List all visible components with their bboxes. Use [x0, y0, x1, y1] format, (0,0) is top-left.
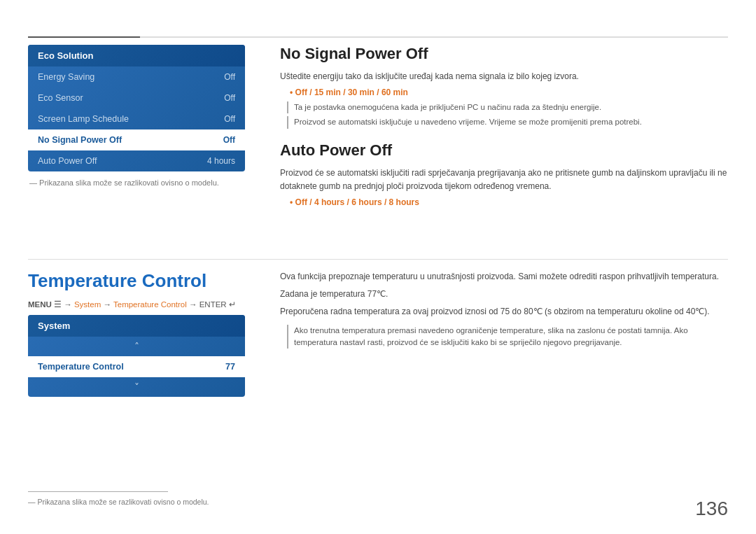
temp-control-title: Temperature Control — [28, 270, 206, 292]
no-signal-body: Uštedite energiju tako da isključite ure… — [280, 70, 728, 83]
no-signal-section: No Signal Power Off Uštedite energiju ta… — [280, 45, 728, 211]
menu-path: MENU ☰ → System → Temperature Control → … — [28, 300, 236, 309]
temp-dash1: Ako trenutna temperatura premasi naveden… — [287, 325, 728, 349]
menu-item-screen-lamp[interactable]: Screen Lamp Schedule Off — [28, 108, 245, 129]
menu-arrow1: → — [62, 300, 74, 309]
menu-arrow2: → — [101, 300, 113, 309]
menu-path-temp: Temperature Control — [113, 300, 187, 309]
no-signal-dash1: Ta je postavka onemogućena kada je prikl… — [287, 101, 728, 113]
system-header: System — [28, 315, 245, 337]
chevron-up-icon[interactable]: ˄ — [28, 337, 245, 356]
bottom-note-text: ― Prikazana slika može se razlikovati ov… — [28, 498, 209, 506]
menu-item-value: Off — [224, 72, 235, 82]
system-panel: System ˄ Temperature Control 77 ˅ — [28, 315, 245, 397]
temp-control-label: Temperature Control — [38, 362, 124, 372]
menu-item-energy-saving[interactable]: Energy Saving Off — [28, 66, 245, 87]
mid-divider — [28, 259, 728, 260]
menu-item-value: Off — [224, 93, 235, 103]
page-number: 136 — [695, 498, 728, 520]
chevron-down-icon[interactable]: ˅ — [28, 377, 245, 397]
top-divider — [28, 36, 728, 38]
no-signal-dash2: Proizvod se automatski isključuje u nave… — [287, 116, 728, 128]
bullet-icon: • — [290, 197, 295, 207]
system-menu: System ˄ Temperature Control 77 ˅ — [28, 315, 245, 397]
menu-item-eco-sensor[interactable]: Eco Sensor Off — [28, 87, 245, 108]
eco-solution-menu: Eco Solution Energy Saving Off Eco Senso… — [28, 45, 245, 171]
eco-solution-header: Eco Solution — [28, 45, 245, 66]
eco-solution-panel: Eco Solution Energy Saving Off Eco Senso… — [28, 45, 245, 187]
menu-path-prefix: MENU — [28, 300, 54, 309]
temp-control-value: 77 — [225, 362, 235, 372]
temp-body2: Zadana je temperatura 77℃. — [280, 288, 728, 301]
menu-item-value: Off — [223, 135, 235, 145]
bullet-icon: • — [290, 87, 295, 97]
menu-item-label: Screen Lamp Schedule — [38, 114, 129, 124]
menu-item-label: Eco Sensor — [38, 93, 83, 103]
temp-right-panel: Ova funkcija prepoznaje temperaturu u un… — [280, 270, 728, 351]
auto-power-bullet: • Off / 4 hours / 6 hours / 8 hours — [290, 197, 728, 207]
temp-body3: Preporučena radna temperatura za ovaj pr… — [280, 305, 728, 318]
auto-power-body: Proizvod će se automatski isključiti rad… — [280, 167, 728, 193]
menu-path-system: System — [74, 300, 101, 309]
temp-control-item[interactable]: Temperature Control 77 — [28, 356, 245, 377]
menu-icon: ☰ — [54, 300, 62, 309]
auto-power-title: Auto Power Off — [280, 141, 728, 160]
no-signal-title: No Signal Power Off — [280, 45, 728, 63]
eco-note: ― Prikazana slika može se razlikovati ov… — [28, 178, 245, 187]
no-signal-bullet: • Off / 15 min / 30 min / 60 min — [290, 87, 728, 97]
menu-item-value: 4 hours — [207, 156, 235, 166]
menu-item-value: Off — [224, 114, 235, 124]
menu-arrow3: → ENTER ↵ — [187, 300, 236, 309]
menu-item-label: No Signal Power Off — [38, 135, 122, 145]
bottom-note-line — [28, 491, 168, 492]
menu-item-label: Auto Power Off — [38, 156, 97, 166]
temp-body1: Ova funkcija prepoznaje temperaturu u un… — [280, 270, 728, 283]
menu-item-auto-power[interactable]: Auto Power Off 4 hours — [28, 150, 245, 171]
menu-item-label: Energy Saving — [38, 72, 94, 82]
menu-item-no-signal[interactable]: No Signal Power Off Off — [28, 129, 245, 150]
